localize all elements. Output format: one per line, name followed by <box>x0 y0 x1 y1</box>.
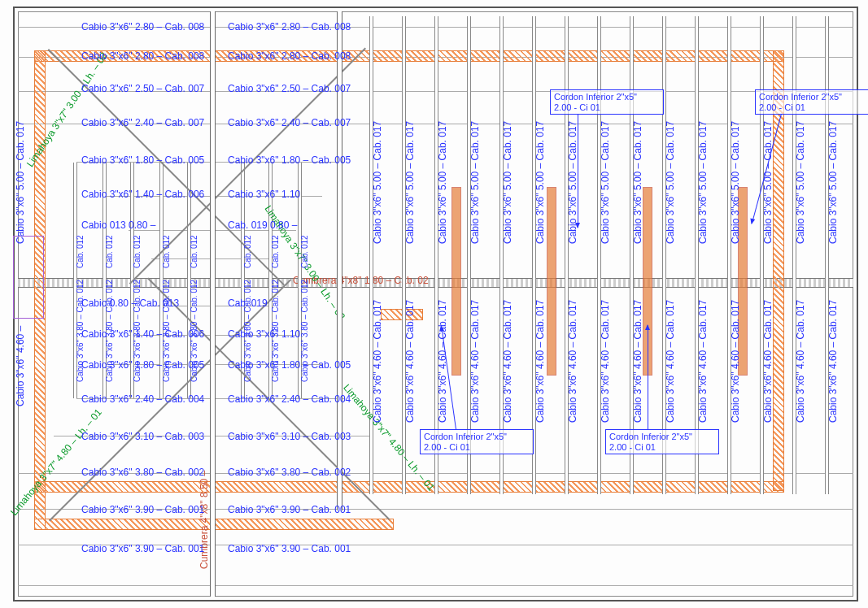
vertical-rafter-label: Cabio 3"x6" 5.00 – Cab. 017 <box>567 121 578 244</box>
rafter-label: Cabio 3"x6" 2.40 – Cab. 007 <box>81 117 204 128</box>
vertical-rafter-label: Cabio 3"x6" 5.00 – Cab. 017 <box>762 121 774 244</box>
rafter-label: Cabio 013 0.80 – <box>81 219 155 231</box>
rafter-label: Cabio 3"x6" 3.90 – Cab. 001 <box>81 543 204 554</box>
vertical-rafter-label: Cab. 012 <box>300 235 309 268</box>
callout-line1: Cordon Inferior 2"x5" <box>554 92 637 102</box>
vertical-rafter-label: Cabio 3"x6" 5.00 – Cab. 017 <box>730 121 741 244</box>
vertical-rafter-label: Cabio 3"x6" 5.00 – Cab. 017 <box>372 121 383 244</box>
vertical-rafter-label: Cabio 3"x6" 4.60 – Cab. 017 <box>534 300 546 423</box>
rafter-label: Cabio 3"x6" 1.40 – Cab. 006 <box>81 328 204 340</box>
vertical-rafter-label: Cab. 012 <box>133 235 142 268</box>
wall-plate <box>34 481 784 493</box>
vertical-rafter-label: Cabio 3"x6" 5.00 – Cab. 017 <box>534 121 546 244</box>
vertical-rafter-label: Cabio 3"x6" 5.00 – Cab. 017 <box>827 121 839 244</box>
rafter-label: Cabio 3"x6" 1.40 – Cab. 006 <box>81 189 204 200</box>
vertical-rafter-label: Cabio 3"x6" 4.60 – Cab. 017 <box>697 300 709 423</box>
rafter-label: Cabio 3"x6" 3.80 – Cab. 002 <box>81 467 204 478</box>
vertical-rafter-label: Cab. 012 <box>243 235 252 268</box>
vertical-rafter-label: Cabio 3"x6" 4.60 – Cab. 017 <box>404 300 416 423</box>
vertical-rafter-label: Cab. 012 <box>162 235 171 268</box>
rafter-label: Cabio 3"x6" 2.50 – Cab. 007 <box>81 83 204 94</box>
vertical-rafter-label: Cabio 3"x6" 3.80 – Cab. 012 <box>105 280 114 382</box>
rafter-label: Cabio 3"x6" 1.80 – Cab. 005 <box>81 359 204 371</box>
vertical-rafter-label: Cabio 3"x6" 3.80 – Cab. 012 <box>162 280 171 382</box>
rafter-label: Cabio 3"x6" 2.80 – Cab. 008 <box>228 21 351 33</box>
vertical-rafter-label: Cabio 3"x6" 5.00 – Cab. 017 <box>404 121 416 244</box>
rafter-line <box>18 585 853 586</box>
cordon-callout: Cordon Inferior 2"x5" 2.00 - Ci 01 <box>605 429 719 454</box>
vertical-rafter-label: Cab. 012 <box>105 235 114 268</box>
cordon-member <box>547 187 556 376</box>
vertical-rafter-label: Cabio 3"x6" 3.80 – Cab. 012 <box>190 280 198 382</box>
callout-line2: 2.00 - Ci 01 <box>554 102 600 112</box>
callout-line2: 2.00 - Ci 01 <box>609 442 656 452</box>
callout-line1: Cordon Inferior 2"x5" <box>609 432 692 441</box>
rafter-label: Cabio 3"x6" 2.80 – Cab. 008 <box>81 21 204 33</box>
vertical-rafter-label: Cabio 3"x6" 5.00 – Cab. 017 <box>437 121 448 244</box>
rafter-label: Cabio 3"x6" 3.90 – Cab. 001 <box>81 504 204 515</box>
rafter-label: Cabio 3"x6" 3.80 – Cab. 002 <box>228 467 351 478</box>
cordon-callout: Cordon Inferior 2"x5" 2.00 - Ci 01 <box>755 89 868 115</box>
vertical-rafter-label: Cabio 3"x6" 3.80 – Cab. 012 <box>243 280 252 382</box>
rafter-label: Cabio 3"x6" 2.50 – Cab. 007 <box>228 83 351 94</box>
left-vert-label: Cabio 3"x6" 4.60 – <box>15 326 26 406</box>
cordon-callout: Cordon Inferior 2"x5" 2.00 - Ci 01 <box>420 429 534 454</box>
rafter-label: Cabio 3"x6" 1.10 <box>228 189 300 200</box>
vertical-rafter-label: Cabio 3"x6" 5.00 – Cab. 017 <box>600 121 611 244</box>
rafter-label: Cabio 3"x6" 2.40 – Cab. 007 <box>228 117 351 128</box>
rafter-label: Cabio 3"x6" 2.80 – Cab. 008 <box>228 50 351 62</box>
rafter-label: Cabio 3"x6" 3.90 – Cab. 001 <box>228 543 351 554</box>
callout-line2: 2.00 - Ci 01 <box>424 442 470 452</box>
vertical-rafter-label: Cabio 3"x6" 4.60 – Cab. 017 <box>567 300 578 423</box>
rafter-label: Cabio 3"x6" 2.80 – Cab. 008 <box>81 50 204 62</box>
vertical-rafter-label: Cabio 3"x6" 4.60 – Cab. 017 <box>437 300 448 423</box>
cordon-member <box>451 187 461 376</box>
cordon-callout: Cordon Inferior 2"x5" 2.00 - Ci 01 <box>550 89 664 115</box>
vertical-rafter-label: Cabio 3"x6" 3.80 – Cab. 012 <box>76 280 85 382</box>
vertical-rafter-label: Cab. 012 <box>190 235 198 268</box>
cumbrera-vertical <box>210 11 216 597</box>
callout-line1: Cordon Inferior 2"x5" <box>424 432 507 441</box>
vertical-rafter-label: Cabio 3"x6" 3.80 – Cab. 012 <box>300 280 309 382</box>
vertical-rafter-label: Cabio 3"x6" 3.80 – Cab. 012 <box>271 280 280 382</box>
vertical-rafter-label: Cabio 3"x6" 4.60 – Cab. 017 <box>730 300 741 423</box>
vertical-rafter-label: Cabio 3"x6" 5.00 – Cab. 017 <box>665 121 676 244</box>
vertical-rafter-label: Cabio 3"x6" 4.60 – Cab. 017 <box>469 300 481 423</box>
callout-line2: 2.00 - Ci 01 <box>759 102 805 112</box>
drawing-canvas: Cumbrera 4"x8" 1.80 – Cab. 02 Limahoya 3… <box>0 0 868 608</box>
vertical-rafter-label: Cab. 012 <box>271 235 280 268</box>
vertical-rafter-label: Cabio 3"x6" 5.00 – Cab. 017 <box>632 121 643 244</box>
rafter-label: Cabio 3"x6" 1.80 – Cab. 005 <box>81 154 204 166</box>
vertical-rafter-label: Cabio 3"x6" 5.00 – Cab. 017 <box>469 121 481 244</box>
vertical-rafter-label: Cab. 012 <box>76 235 85 268</box>
vertical-rafter-label: Cabio 3"x6" 4.60 – Cab. 017 <box>372 300 383 423</box>
vertical-rafter-label: Cabio 3"x6" 3.80 – Cab. 012 <box>133 280 142 382</box>
left-vert-label: Cabio 3"x6" 5.00 – Cab. 017 <box>15 121 26 244</box>
vertical-rafter-label: Cabio 3"x6" 5.00 – Cab. 017 <box>697 121 709 244</box>
vertical-rafter-label: Cabio 3"x6" 4.60 – Cab. 017 <box>665 300 676 423</box>
vertical-rafter-label: Cabio 3"x6" 5.00 – Cab. 017 <box>502 121 513 244</box>
rafter-label: Cab. 019 0.80 – <box>228 219 297 231</box>
vertical-rafter-label: Cabio 3"x6" 4.60 – Cab. 017 <box>827 300 839 423</box>
rafter-label: Cabio 3"x6" 2.40 – Cab. 004 <box>81 393 204 405</box>
rafter-label: Cabio 3"x6" 1.80 – Cab. 005 <box>228 154 351 166</box>
vertical-rafter-label: Cabio 3"x6" 5.00 – Cab. 017 <box>795 121 806 244</box>
rafter-label: Cabio 3"x6" 1.10 <box>228 328 300 340</box>
vertical-rafter-label: Cabio 3"x6" 4.60 – Cab. 017 <box>600 300 611 423</box>
rafter-label: Cabio 3"x6" 3.90 – Cab. 001 <box>228 504 351 515</box>
vertical-rafter-label: Cabio 3"x6" 4.60 – Cab. 017 <box>795 300 806 423</box>
rafter-label: Cabio 3"x6" 2.40 – Cab. 004 <box>228 393 351 405</box>
vertical-rafter-label: Cabio 3"x6" 4.60 – Cab. 017 <box>762 300 774 423</box>
leader-arrow <box>648 325 648 429</box>
right-plate <box>773 50 784 491</box>
vertical-rafter-label: Cabio 3"x6" 4.60 – Cab. 017 <box>502 300 513 423</box>
rafter-label: Cabio 3"x6" 3.10 – Cab. 003 <box>81 431 204 442</box>
vertical-rafter-label: Cabio 3"x6" 4.60 – Cab. 017 <box>632 300 643 423</box>
callout-line1: Cordon Inferior 2"x5" <box>759 92 842 102</box>
opening-outline <box>13 236 44 319</box>
rafter-label: Cabio 3"x6" 3.10 – Cab. 003 <box>228 431 351 442</box>
